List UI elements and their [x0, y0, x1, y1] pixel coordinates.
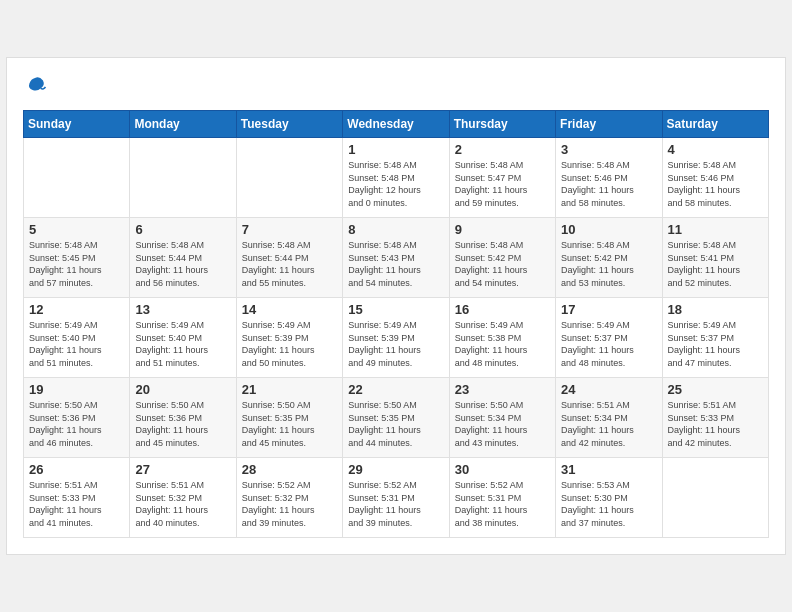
day-info: Sunrise: 5:51 AM Sunset: 5:34 PM Dayligh…: [561, 399, 656, 449]
weekday-header-wednesday: Wednesday: [343, 111, 449, 138]
day-number: 9: [455, 222, 550, 237]
day-number: 7: [242, 222, 337, 237]
day-info: Sunrise: 5:50 AM Sunset: 5:34 PM Dayligh…: [455, 399, 550, 449]
day-info: Sunrise: 5:52 AM Sunset: 5:31 PM Dayligh…: [455, 479, 550, 529]
calendar-cell: 22Sunrise: 5:50 AM Sunset: 5:35 PM Dayli…: [343, 378, 449, 458]
calendar-cell: 11Sunrise: 5:48 AM Sunset: 5:41 PM Dayli…: [662, 218, 768, 298]
calendar-cell: 15Sunrise: 5:49 AM Sunset: 5:39 PM Dayli…: [343, 298, 449, 378]
weekday-header-friday: Friday: [556, 111, 662, 138]
day-info: Sunrise: 5:48 AM Sunset: 5:42 PM Dayligh…: [561, 239, 656, 289]
day-info: Sunrise: 5:48 AM Sunset: 5:47 PM Dayligh…: [455, 159, 550, 209]
day-info: Sunrise: 5:48 AM Sunset: 5:46 PM Dayligh…: [561, 159, 656, 209]
calendar-cell: 4Sunrise: 5:48 AM Sunset: 5:46 PM Daylig…: [662, 138, 768, 218]
day-number: 8: [348, 222, 443, 237]
day-number: 13: [135, 302, 230, 317]
day-number: 23: [455, 382, 550, 397]
day-info: Sunrise: 5:49 AM Sunset: 5:40 PM Dayligh…: [135, 319, 230, 369]
day-number: 17: [561, 302, 656, 317]
day-info: Sunrise: 5:48 AM Sunset: 5:46 PM Dayligh…: [668, 159, 763, 209]
day-info: Sunrise: 5:50 AM Sunset: 5:36 PM Dayligh…: [29, 399, 124, 449]
calendar-week-row: 19Sunrise: 5:50 AM Sunset: 5:36 PM Dayli…: [24, 378, 769, 458]
calendar-container: SundayMondayTuesdayWednesdayThursdayFrid…: [6, 57, 786, 555]
calendar-cell: 10Sunrise: 5:48 AM Sunset: 5:42 PM Dayli…: [556, 218, 662, 298]
calendar-cell: 9Sunrise: 5:48 AM Sunset: 5:42 PM Daylig…: [449, 218, 555, 298]
day-number: 22: [348, 382, 443, 397]
day-number: 30: [455, 462, 550, 477]
calendar-cell: 29Sunrise: 5:52 AM Sunset: 5:31 PM Dayli…: [343, 458, 449, 538]
day-info: Sunrise: 5:52 AM Sunset: 5:32 PM Dayligh…: [242, 479, 337, 529]
day-number: 12: [29, 302, 124, 317]
day-info: Sunrise: 5:48 AM Sunset: 5:42 PM Dayligh…: [455, 239, 550, 289]
calendar-cell: 30Sunrise: 5:52 AM Sunset: 5:31 PM Dayli…: [449, 458, 555, 538]
calendar-cell: 20Sunrise: 5:50 AM Sunset: 5:36 PM Dayli…: [130, 378, 236, 458]
weekday-header-tuesday: Tuesday: [236, 111, 342, 138]
day-info: Sunrise: 5:49 AM Sunset: 5:37 PM Dayligh…: [561, 319, 656, 369]
day-info: Sunrise: 5:53 AM Sunset: 5:30 PM Dayligh…: [561, 479, 656, 529]
calendar-cell: 12Sunrise: 5:49 AM Sunset: 5:40 PM Dayli…: [24, 298, 130, 378]
day-number: 26: [29, 462, 124, 477]
day-number: 11: [668, 222, 763, 237]
day-info: Sunrise: 5:52 AM Sunset: 5:31 PM Dayligh…: [348, 479, 443, 529]
day-info: Sunrise: 5:49 AM Sunset: 5:38 PM Dayligh…: [455, 319, 550, 369]
calendar-table: SundayMondayTuesdayWednesdayThursdayFrid…: [23, 110, 769, 538]
calendar-cell: 28Sunrise: 5:52 AM Sunset: 5:32 PM Dayli…: [236, 458, 342, 538]
calendar-cell: 26Sunrise: 5:51 AM Sunset: 5:33 PM Dayli…: [24, 458, 130, 538]
day-info: Sunrise: 5:48 AM Sunset: 5:41 PM Dayligh…: [668, 239, 763, 289]
day-number: 28: [242, 462, 337, 477]
day-info: Sunrise: 5:48 AM Sunset: 5:44 PM Dayligh…: [135, 239, 230, 289]
calendar-cell: [130, 138, 236, 218]
logo: [23, 74, 51, 98]
header: [23, 74, 769, 98]
calendar-cell: [24, 138, 130, 218]
day-number: 27: [135, 462, 230, 477]
day-info: Sunrise: 5:48 AM Sunset: 5:44 PM Dayligh…: [242, 239, 337, 289]
calendar-cell: 2Sunrise: 5:48 AM Sunset: 5:47 PM Daylig…: [449, 138, 555, 218]
calendar-cell: 3Sunrise: 5:48 AM Sunset: 5:46 PM Daylig…: [556, 138, 662, 218]
calendar-cell: 7Sunrise: 5:48 AM Sunset: 5:44 PM Daylig…: [236, 218, 342, 298]
calendar-cell: [662, 458, 768, 538]
day-number: 18: [668, 302, 763, 317]
day-info: Sunrise: 5:51 AM Sunset: 5:32 PM Dayligh…: [135, 479, 230, 529]
day-info: Sunrise: 5:50 AM Sunset: 5:36 PM Dayligh…: [135, 399, 230, 449]
day-number: 6: [135, 222, 230, 237]
day-info: Sunrise: 5:49 AM Sunset: 5:39 PM Dayligh…: [348, 319, 443, 369]
day-info: Sunrise: 5:51 AM Sunset: 5:33 PM Dayligh…: [29, 479, 124, 529]
day-info: Sunrise: 5:48 AM Sunset: 5:48 PM Dayligh…: [348, 159, 443, 209]
calendar-week-row: 5Sunrise: 5:48 AM Sunset: 5:45 PM Daylig…: [24, 218, 769, 298]
day-number: 4: [668, 142, 763, 157]
calendar-cell: 13Sunrise: 5:49 AM Sunset: 5:40 PM Dayli…: [130, 298, 236, 378]
calendar-cell: 23Sunrise: 5:50 AM Sunset: 5:34 PM Dayli…: [449, 378, 555, 458]
calendar-week-row: 26Sunrise: 5:51 AM Sunset: 5:33 PM Dayli…: [24, 458, 769, 538]
calendar-cell: 17Sunrise: 5:49 AM Sunset: 5:37 PM Dayli…: [556, 298, 662, 378]
day-info: Sunrise: 5:49 AM Sunset: 5:39 PM Dayligh…: [242, 319, 337, 369]
weekday-header-saturday: Saturday: [662, 111, 768, 138]
day-number: 14: [242, 302, 337, 317]
day-number: 20: [135, 382, 230, 397]
calendar-cell: 18Sunrise: 5:49 AM Sunset: 5:37 PM Dayli…: [662, 298, 768, 378]
day-number: 29: [348, 462, 443, 477]
day-number: 10: [561, 222, 656, 237]
day-number: 3: [561, 142, 656, 157]
calendar-cell: [236, 138, 342, 218]
weekday-header-sunday: Sunday: [24, 111, 130, 138]
day-info: Sunrise: 5:51 AM Sunset: 5:33 PM Dayligh…: [668, 399, 763, 449]
day-number: 19: [29, 382, 124, 397]
day-number: 21: [242, 382, 337, 397]
day-number: 25: [668, 382, 763, 397]
calendar-cell: 31Sunrise: 5:53 AM Sunset: 5:30 PM Dayli…: [556, 458, 662, 538]
day-number: 15: [348, 302, 443, 317]
calendar-week-row: 12Sunrise: 5:49 AM Sunset: 5:40 PM Dayli…: [24, 298, 769, 378]
calendar-cell: 21Sunrise: 5:50 AM Sunset: 5:35 PM Dayli…: [236, 378, 342, 458]
day-info: Sunrise: 5:48 AM Sunset: 5:43 PM Dayligh…: [348, 239, 443, 289]
calendar-week-row: 1Sunrise: 5:48 AM Sunset: 5:48 PM Daylig…: [24, 138, 769, 218]
calendar-cell: 16Sunrise: 5:49 AM Sunset: 5:38 PM Dayli…: [449, 298, 555, 378]
day-info: Sunrise: 5:49 AM Sunset: 5:37 PM Dayligh…: [668, 319, 763, 369]
calendar-cell: 27Sunrise: 5:51 AM Sunset: 5:32 PM Dayli…: [130, 458, 236, 538]
calendar-cell: 6Sunrise: 5:48 AM Sunset: 5:44 PM Daylig…: [130, 218, 236, 298]
day-number: 1: [348, 142, 443, 157]
calendar-cell: 25Sunrise: 5:51 AM Sunset: 5:33 PM Dayli…: [662, 378, 768, 458]
day-info: Sunrise: 5:49 AM Sunset: 5:40 PM Dayligh…: [29, 319, 124, 369]
weekday-header-monday: Monday: [130, 111, 236, 138]
calendar-cell: 5Sunrise: 5:48 AM Sunset: 5:45 PM Daylig…: [24, 218, 130, 298]
day-number: 5: [29, 222, 124, 237]
